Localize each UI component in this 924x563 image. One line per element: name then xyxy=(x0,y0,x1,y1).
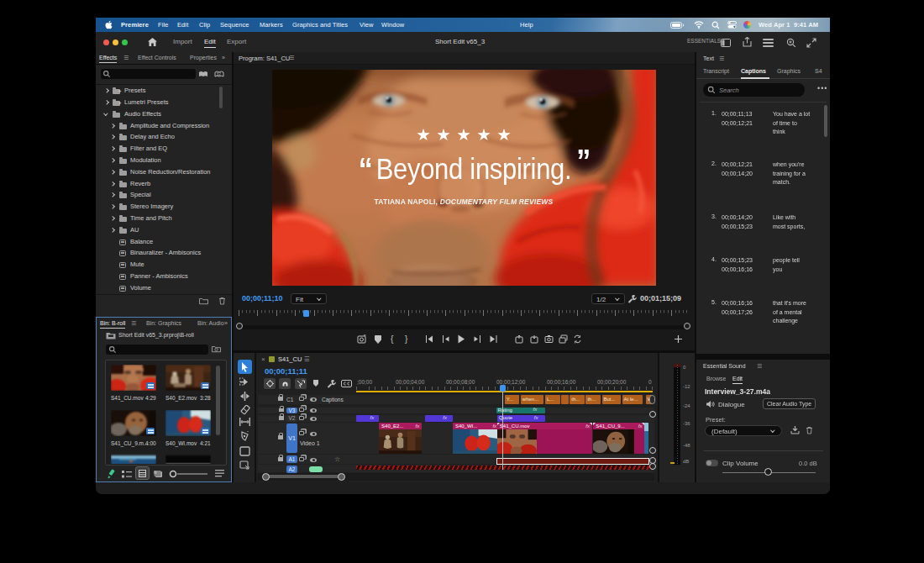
svg-text:32: 32 xyxy=(217,71,222,76)
svg-text:}: } xyxy=(405,334,408,344)
svg-text:{: { xyxy=(391,334,394,344)
